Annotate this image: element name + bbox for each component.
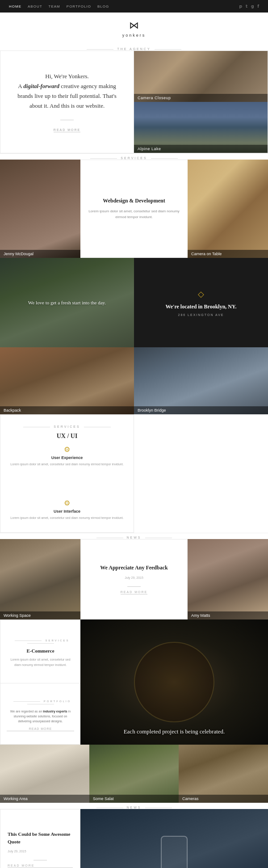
agency-text-box: Hi, We're Yonkers. A digital-forward cre… [0,51,134,153]
working-area-photo [0,745,89,803]
working-area-image: Working Area [0,745,89,803]
news-row1: Working Space We Appreciate Any Feedback… [0,539,268,619]
salat-image: Some Salat [89,745,179,803]
amy-image: Amy Matts [188,539,268,619]
social-twitter-icon[interactable]: 𝕥 [246,4,247,8]
cameras-photo [179,745,268,803]
social-pinterest-icon[interactable]: 𝕡 [239,4,242,8]
divider3 [34,860,47,860]
ecommerce-column: SERVICES E-Commerce Lorem ipsum dolor si… [0,619,80,745]
ecommerce-row: SERVICES E-Commerce Lorem ipsum dolor si… [0,619,268,745]
nav-team[interactable]: TEAM [49,4,60,8]
logo-text: yonkers [122,33,146,38]
social-facebook-icon[interactable]: 𝕗 [257,4,259,8]
three-photos-row: Working Area Some Salat Cameras [0,745,268,803]
news-title1: We Appreciate Any Feedback [100,564,168,572]
nav-about[interactable]: ABOUT [28,4,42,8]
location-box: ◇ We're located in Brooklyn, NY. 286 LEX… [134,258,268,347]
user-interface-title: User Interface [10,509,123,514]
agency-read-more[interactable]: read more [54,128,80,132]
backpack-brooklyn-row: Backpack Brooklyn Bridge [0,347,268,414]
news-row2: This Could be Some Awesome Quote July 29… [0,809,268,868]
ecommerce-section-label: SERVICES [8,639,73,645]
logo-area: ⋈ yonkers [0,13,268,44]
social-google-icon[interactable]: 𝕘 [251,4,254,8]
uxui-services: ⚙ User Experience Lorem ipsum dolor sit … [9,445,125,526]
portfolio-read-more[interactable]: read more [7,727,74,731]
uxui-title: UX / UI [9,433,125,440]
brooklyn-image: Brooklyn Bridge [134,347,268,414]
portfolio-section-label: PORTFOLIO [7,700,74,705]
location-icon: ◇ [198,289,204,299]
user-interface-desc: Lorem ipsum dolor sit amet, consetetur s… [10,515,123,520]
nav-portfolio[interactable]: PORTFOLIO [67,4,91,8]
brooklyn-photo [134,347,268,414]
alpine-lake-label: Alpine Lake [134,145,268,153]
agency-section-label: THE AGENCY [0,47,268,51]
bike-photo: We love to get a fresh start into the da… [0,258,134,347]
services-row1: Jenny McDougal Webdesign & Development L… [0,160,268,258]
user-interface-icon: ⚙ [10,499,123,507]
alpine-lake-image: Alpine Lake [134,102,268,153]
uxui-section-label: SERVICES [9,425,125,428]
news-quote-box: This Could be Some Awesome Quote July 29… [0,809,80,868]
news-text-box1: We Appreciate Any Feedback July 29, 2015… [80,539,188,619]
working-space-label: Working Space [0,611,80,619]
salat-label: Some Salat [89,795,179,803]
uxui-box: SERVICES UX / UI ⚙ User Experience Lorem… [0,414,134,533]
cameras-image: Cameras [179,745,268,803]
divider2 [127,586,141,587]
cameras-label: Cameras [179,795,268,803]
agency-images: Camera Closeup Alpine Lake [134,51,268,153]
camera-closeup-image: Camera Closeup [134,51,268,102]
location-city: We're located in Brooklyn, NY. [165,303,236,311]
user-experience-icon: ⚙ [10,445,123,454]
celebration-photo: Each completed project is being celebrat… [80,619,268,745]
working-space-image: Working Space [0,539,80,619]
iphone-image: iPhone 6 [80,809,268,868]
news-read-more1[interactable]: read more [121,590,147,594]
nav-social: 𝕡 𝕥 𝕘 𝕗 [239,4,259,8]
camera-table-photo [188,160,268,258]
news-section-label2: NEWS [0,803,268,809]
uxui-row: SERVICES UX / UI ⚙ User Experience Lorem… [0,414,268,533]
webdesign-title: Webdesign & Development [103,198,165,204]
user-experience-service: ⚙ User Experience Lorem ipsum dolor sit … [10,445,123,467]
bike-location-row: We love to get a fresh start into the da… [0,258,268,347]
nav-blog[interactable]: BLOG [97,4,109,8]
pie-decoration [134,642,214,722]
camera-table-label: Camera on Table [188,250,268,258]
news-quote-title: This Could be Some Awesome Quote [8,830,73,845]
news-quote-read-more[interactable]: read more [8,864,73,868]
news-quote-date: July 29, 2015 [8,850,73,853]
ecommerce-desc: Lorem ipsum dolor sit amet, consetetur s… [8,657,73,667]
amy-photo [188,539,268,619]
brooklyn-label: Brooklyn Bridge [134,406,268,414]
agency-section: Hi, We're Yonkers. A digital-forward cre… [0,51,268,153]
webdesign-desc: Lorem ipsum dolor sit amet, consetetur s… [88,209,180,220]
user-experience-title: User Experience [10,455,123,460]
services-section-label: SERVICES [0,153,268,160]
agency-headline: Hi, We're Yonkers. A digital-forward cre… [12,72,122,111]
bike-caption: We love to get a fresh start into the da… [0,299,134,307]
agency-bold: digital-forward [23,83,59,89]
portfolio-box: PORTFOLIO We are regarded as an industry… [0,683,80,745]
location-address: 286 LEXINGTON AVE [178,313,224,316]
news-date1: July 29, 2015 [125,576,143,579]
amy-label: Amy Matts [188,611,268,619]
ecommerce-box: SERVICES E-Commerce Lorem ipsum dolor si… [0,619,80,683]
jenny-label: Jenny McDougal [0,250,80,258]
celebration-caption: Each completed project is being celebrat… [80,727,268,736]
backpack-label: Backpack [0,406,134,414]
phone-decoration [161,836,188,868]
user-interface-service: ⚙ User Interface Lorem ipsum dolor sit a… [10,499,123,520]
nav-home[interactable]: HOME [9,4,21,8]
ecommerce-title: E-Commerce [8,648,73,653]
user-experience-desc: Lorem ipsum dolor sit amet, consetetur s… [10,462,123,467]
portfolio-desc: We are regarded as an industry experts i… [7,709,74,724]
news-section-label: NEWS [0,533,268,539]
camera-table-image: Camera on Table [188,160,268,258]
working-area-label: Working Area [0,795,89,803]
navigation: HOME ABOUT TEAM PORTFOLIO BLOG 𝕡 𝕥 𝕘 𝕗 [0,0,268,13]
backpack-image: Backpack [0,347,134,414]
